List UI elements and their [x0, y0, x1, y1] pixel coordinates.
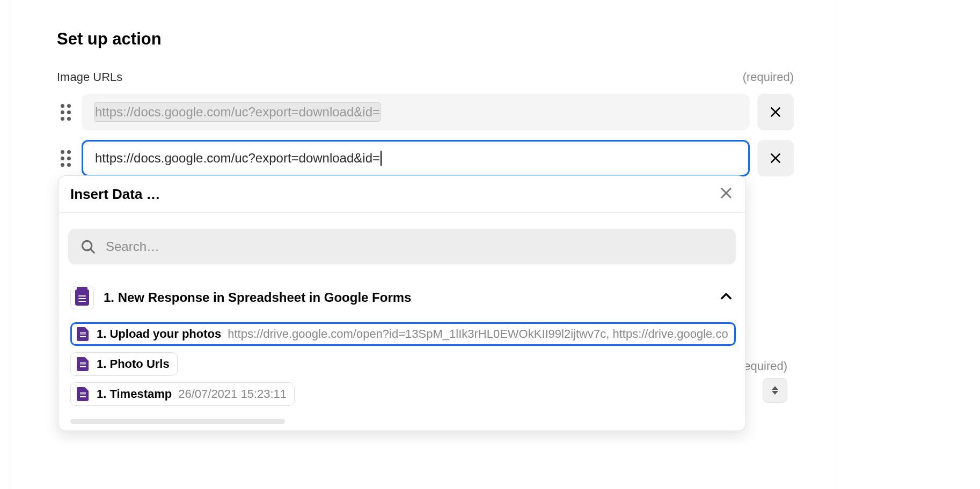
data-group-header[interactable]: 1. New Response in Spreadsheet in Google… [68, 281, 736, 316]
dropdown-title: Insert Data … [70, 186, 160, 203]
close-dropdown-button[interactable] [719, 186, 734, 203]
data-items-list: 1. Upload your photos https://drive.goog… [68, 316, 736, 426]
close-icon [719, 186, 734, 201]
chevron-up-icon [719, 289, 734, 306]
drag-handle-icon[interactable] [57, 150, 74, 167]
background-required-text: equired) [744, 359, 787, 373]
svg-line-7 [91, 249, 94, 253]
dropdown-body: 1. New Response in Spreadsheet in Google… [58, 213, 745, 431]
stepper-button[interactable] [763, 378, 787, 403]
field-header: Image URLs (required) [57, 70, 794, 84]
data-item-value: 26/07/2021 15:23:11 [178, 387, 287, 401]
google-forms-icon [70, 286, 94, 309]
remove-input-button[interactable] [757, 94, 794, 130]
caret-down-icon [772, 391, 778, 395]
search-icon [80, 239, 96, 255]
field-label: Image URLs [57, 70, 122, 84]
search-input[interactable] [106, 239, 724, 254]
input-row-1: https://docs.google.com/uc?export=downlo… [57, 94, 794, 130]
search-box[interactable] [68, 229, 736, 264]
caret-up-icon [772, 386, 778, 390]
horizontal-scrollbar[interactable] [70, 419, 285, 424]
text-cursor [381, 151, 382, 166]
google-forms-icon [75, 326, 90, 342]
section-title: Set up action [57, 29, 794, 49]
data-item-label: 1. Timestamp [97, 387, 172, 401]
url-text: https://docs.google.com/uc?export=downlo… [95, 151, 380, 166]
data-item-label: 1. Photo Urls [97, 357, 170, 371]
google-forms-icon [75, 356, 90, 372]
close-icon [769, 151, 782, 165]
drag-handle-icon[interactable] [57, 103, 74, 121]
image-url-input-1[interactable]: https://docs.google.com/uc?export=downlo… [82, 94, 750, 130]
group-title: 1. New Response in Spreadsheet in Google… [104, 290, 709, 305]
image-url-input-2[interactable]: https://docs.google.com/uc?export=downlo… [82, 140, 750, 176]
input-row-2: https://docs.google.com/uc?export=downlo… [57, 140, 794, 176]
data-item-timestamp[interactable]: 1. Timestamp 26/07/2021 15:23:11 [70, 382, 295, 406]
url-token: https://docs.google.com/uc?export=downlo… [94, 102, 381, 122]
dropdown-header: Insert Data … [58, 176, 745, 213]
insert-data-dropdown: Insert Data … 1. New Response in Spreads… [58, 175, 746, 431]
data-item-upload-photos[interactable]: 1. Upload your photos https://drive.goog… [70, 322, 736, 346]
google-forms-icon [75, 386, 90, 402]
remove-input-button[interactable] [757, 140, 794, 176]
close-icon [769, 105, 782, 119]
required-indicator: (required) [743, 70, 794, 84]
data-item-label: 1. Upload your photos [97, 327, 221, 341]
data-item-value: https://drive.google.com/open?id=13SpM_1… [228, 327, 728, 341]
data-item-photo-urls[interactable]: 1. Photo Urls [70, 352, 178, 376]
